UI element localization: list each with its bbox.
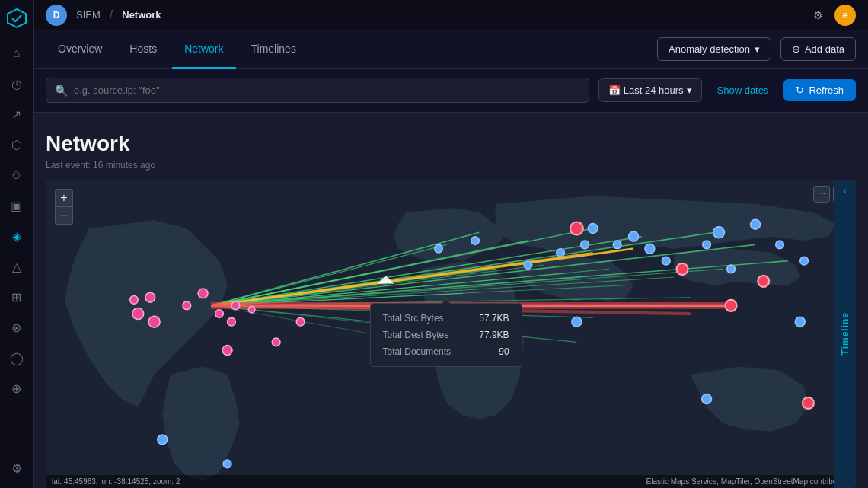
timeline-label: Timeline (840, 312, 850, 355)
map-footer: lat: 45.45963, lon: -38.14525, zoom: 2 E… (46, 475, 856, 488)
chevron-down-icon: ▾ (755, 43, 760, 55)
sidebar-icon-cases[interactable]: ⊞ (3, 283, 30, 311)
svg-point-44 (713, 226, 725, 238)
time-range-picker[interactable]: 📅 Last 24 hours ▾ (598, 78, 702, 102)
plus-icon: ⊕ (792, 43, 800, 55)
main-content: D SIEM / Network ⚙ e Overview Hosts Netw… (34, 0, 868, 488)
svg-point-43 (272, 338, 280, 346)
user-avatar[interactable]: e (834, 5, 856, 26)
map-tooltip: Total Src Bytes 57.7KB Total Dest Bytes … (370, 303, 522, 367)
sidebar-icon-recent[interactable]: ◷ (3, 70, 30, 97)
svg-point-63 (702, 394, 712, 403)
tab-hosts[interactable]: Hosts (117, 30, 169, 69)
svg-point-31 (132, 308, 144, 319)
svg-point-65 (223, 460, 231, 468)
tooltip-row-dest: Total Dest Bytes 77.9KB (383, 330, 509, 340)
sidebar-icon-settings[interactable]: ⚙ (3, 455, 30, 482)
search-icon: 🔍 (55, 85, 68, 97)
sidebar-icon-security[interactable]: ⬡ (3, 131, 30, 158)
tooltip-value-dest: 77.9KB (479, 330, 509, 340)
svg-marker-0 (8, 9, 26, 27)
page-subtitle: Last event: 16 minutes ago (46, 160, 856, 171)
tooltip-arrow-inner (442, 299, 451, 305)
app-logo[interactable] (5, 6, 29, 30)
svg-point-57 (662, 257, 670, 265)
tooltip-row-docs: Total Documents 90 (383, 346, 509, 357)
show-dates-button[interactable]: Show dates (711, 79, 775, 101)
add-data-button[interactable]: ⊕ Add data (780, 37, 856, 61)
brand-label: SIEM (76, 9, 101, 21)
map-attribution: Elastic Maps Service, MapTiler, OpenStre… (646, 477, 850, 486)
search-input[interactable] (46, 78, 589, 103)
svg-point-35 (198, 289, 208, 298)
sidebar-icon-alerts[interactable]: ↗ (3, 100, 30, 128)
svg-point-40 (248, 306, 255, 313)
tooltip-label-src: Total Src Bytes (383, 313, 444, 324)
svg-point-48 (645, 244, 655, 254)
tooltip-row-src: Total Src Bytes 57.7KB (383, 313, 509, 324)
svg-point-52 (703, 241, 711, 249)
search-input-wrapper: 🔍 (46, 78, 589, 103)
svg-point-45 (751, 219, 761, 229)
map-settings-button[interactable]: ⋯ (813, 186, 830, 203)
settings-icon[interactable]: ⚙ (807, 5, 828, 26)
timeline-chevron-icon: ‹ (844, 186, 847, 196)
workspace-avatar[interactable]: D (46, 5, 67, 26)
time-range-label: Last 24 hours (624, 85, 684, 96)
svg-point-70 (803, 397, 814, 409)
timeline-panel[interactable]: ‹ Timeline (834, 180, 856, 488)
tab-timelines[interactable]: Timelines (239, 30, 308, 69)
refresh-icon: ↻ (796, 85, 804, 96)
anomaly-detection-button[interactable]: Anomaly detection ▾ (657, 37, 771, 61)
svg-point-67 (677, 263, 688, 274)
page-body: Network Last event: 16 minutes ago (34, 113, 868, 488)
search-bar: 🔍 📅 Last 24 hours ▾ Show dates ↻ Refresh (34, 69, 868, 113)
svg-point-62 (795, 317, 805, 327)
map-zoom-controls: + − (55, 189, 73, 225)
svg-point-41 (296, 317, 305, 326)
zoom-out-button[interactable]: − (55, 206, 73, 225)
sidebar-icon-home[interactable]: ⌂ (3, 40, 30, 67)
sidebar-icon-overview[interactable]: ▣ (3, 192, 30, 219)
svg-point-53 (776, 241, 784, 249)
svg-point-37 (215, 309, 224, 317)
svg-point-58 (524, 260, 532, 269)
sidebar-icon-responses[interactable]: ◯ (3, 344, 30, 372)
svg-point-46 (629, 231, 639, 241)
svg-point-54 (800, 257, 809, 265)
svg-point-61 (572, 317, 582, 327)
tooltip-value-docs: 90 (499, 346, 509, 357)
tab-network[interactable]: Network (172, 30, 235, 69)
svg-point-60 (435, 244, 443, 253)
network-map[interactable]: + − ⋯ ≡ Total Src Bytes 57.7KB Total Des… (46, 180, 856, 488)
tooltip-label-docs: Total Documents (383, 346, 451, 357)
page-breadcrumb: Network (122, 9, 161, 21)
svg-point-50 (581, 241, 589, 249)
nav-tabs: Overview Hosts Network Timelines Anomaly… (34, 30, 868, 69)
svg-point-68 (758, 275, 769, 286)
svg-point-42 (222, 345, 232, 355)
svg-point-36 (183, 301, 191, 310)
chevron-down-icon: ▾ (687, 85, 692, 96)
sidebar-icon-rules[interactable]: △ (3, 253, 30, 280)
page-title: Network (46, 131, 856, 157)
sidebar-icon-ml[interactable]: ⊗ (3, 314, 30, 341)
tooltip-label-dest: Total Dest Bytes (383, 330, 449, 340)
svg-point-32 (148, 316, 160, 327)
zoom-in-button[interactable]: + (55, 189, 73, 207)
svg-point-47 (588, 223, 598, 233)
svg-point-39 (228, 317, 236, 326)
refresh-button[interactable]: ↻ Refresh (783, 79, 856, 101)
sidebar: ⌂ ◷ ↗ ⬡ ☺ ▣ ◈ △ ⊞ ⊗ ◯ ⊕ ⚙ (0, 0, 34, 488)
svg-point-49 (613, 241, 621, 249)
map-coordinates: lat: 45.45963, lon: -38.14525, zoom: 2 (52, 477, 180, 486)
tab-overview[interactable]: Overview (46, 30, 114, 69)
sidebar-icon-users[interactable]: ☺ (3, 161, 30, 189)
svg-point-56 (727, 265, 736, 273)
svg-point-64 (158, 435, 168, 445)
sidebar-icon-network[interactable]: ◈ (3, 222, 30, 250)
svg-point-66 (570, 222, 583, 234)
svg-point-33 (145, 292, 155, 302)
svg-point-34 (130, 295, 139, 304)
sidebar-icon-endpoints[interactable]: ⊕ (3, 375, 30, 402)
